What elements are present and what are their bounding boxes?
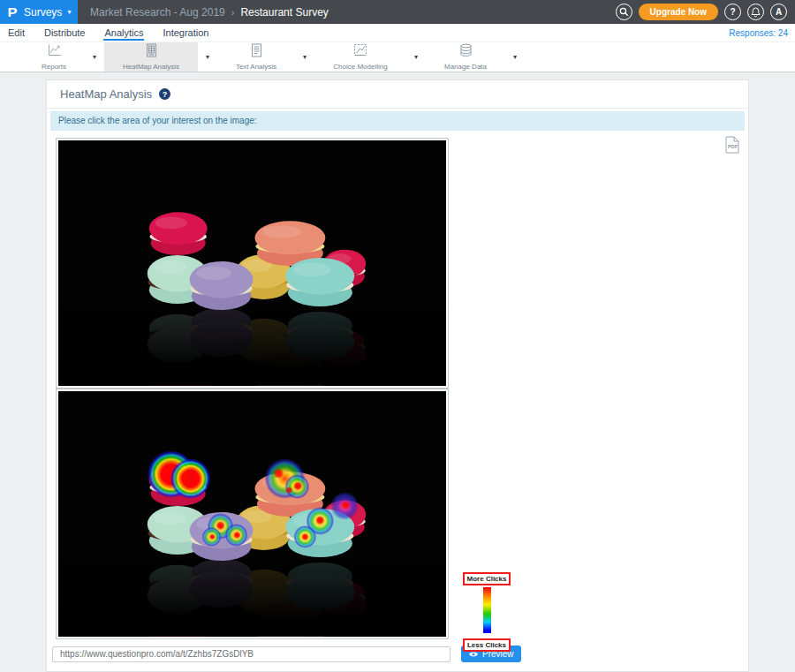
- survey-section-tabs: EditDistributeAnalyticsIntegration Respo…: [0, 24, 795, 42]
- topbar-actions: Upgrade Now ? A: [616, 4, 787, 20]
- instruction-banner: Please click the area of your interest o…: [50, 111, 745, 131]
- toolbar-dropdown-caret[interactable]: ▾: [295, 42, 314, 72]
- toolbar-label: Choice Modelling: [333, 63, 387, 71]
- question-mark-icon: ?: [730, 7, 735, 17]
- toolbar-dropdown-caret[interactable]: ▾: [85, 42, 104, 72]
- legend-gradient-bar: [483, 587, 491, 633]
- analytics-toolbar: Reports▾HeatMap Analysis▾Text Analysis▾C…: [0, 42, 795, 72]
- toolbar-item-choice-modelling: Choice Modelling▾: [314, 42, 426, 72]
- search-button[interactable]: [616, 4, 632, 20]
- avatar[interactable]: A: [770, 4, 787, 20]
- toolbar-item-reports: Reports▾: [23, 42, 104, 72]
- macarons-image[interactable]: [58, 140, 446, 386]
- toolbar-item-manage-data: Manage Data▾: [426, 42, 525, 72]
- toolbar-dropdown-caret[interactable]: ▾: [406, 42, 426, 72]
- tab-analytics[interactable]: Analytics: [103, 26, 144, 41]
- toolbar-dropdown-caret[interactable]: ▾: [505, 42, 525, 72]
- toolbar-label: Reports: [42, 63, 66, 71]
- heatmap-image-frame: [56, 389, 449, 639]
- tab-distribute[interactable]: Distribute: [43, 26, 86, 41]
- pdf-icon: PDF: [725, 136, 739, 154]
- toolbar-dropdown-caret[interactable]: ▾: [198, 42, 217, 72]
- toolbar-button-text-analysis[interactable]: Text Analysis: [217, 42, 295, 72]
- surveys-menu-label: Surveys: [24, 6, 62, 19]
- toolbar-label: HeatMap Analysis: [123, 63, 179, 71]
- bell-icon: [751, 7, 761, 18]
- tabs-container: EditDistributeAnalyticsIntegration: [7, 26, 227, 41]
- share-url-input[interactable]: [52, 646, 450, 662]
- notifications-button[interactable]: [747, 4, 764, 20]
- toolbar-button-reports[interactable]: Reports: [23, 42, 85, 72]
- surveys-menu[interactable]: P Surveys ▾: [0, 0, 78, 24]
- toolbar-item-text-analysis: Text Analysis▾: [217, 42, 314, 72]
- legend-less-clicks: Less Clicks: [463, 638, 511, 652]
- search-icon: [619, 7, 629, 17]
- heatmap-legend: More Clicks Less Clicks: [460, 569, 513, 652]
- macarons-heatmap-image[interactable]: [58, 391, 446, 637]
- choice-chart-icon: [353, 43, 367, 61]
- breadcrumb-separator: ›: [231, 7, 235, 18]
- text-doc-icon: [251, 43, 262, 61]
- heatmap-help-icon[interactable]: ?: [159, 88, 170, 100]
- heatmap-card: HeatMap Analysis ? Please click the area…: [46, 79, 749, 672]
- tab-integration[interactable]: Integration: [162, 26, 209, 41]
- top-navbar: P Surveys ▾ Market Research - Aug 2019 ›…: [0, 0, 795, 24]
- chevron-down-icon: ▾: [67, 8, 71, 16]
- database-icon: [459, 43, 473, 61]
- heatmap-doc-icon: [146, 43, 157, 61]
- line-chart-icon: [47, 43, 62, 61]
- help-button[interactable]: ?: [724, 4, 741, 20]
- questionpro-logo-icon: P: [7, 4, 17, 19]
- export-pdf-button[interactable]: PDF: [725, 136, 739, 157]
- legend-more-clicks: More Clicks: [463, 572, 511, 585]
- heatmap-content: PDF More Clicks Less Clicks Preview: [47, 131, 748, 662]
- share-url-row: Preview: [52, 646, 748, 662]
- toolbar-label: Text Analysis: [236, 63, 276, 71]
- toolbar-label: Manage Data: [444, 63, 487, 71]
- toolbar-button-choice-modelling[interactable]: Choice Modelling: [314, 42, 406, 72]
- svg-text:PDF: PDF: [728, 144, 738, 149]
- question-image-frame: [56, 138, 449, 389]
- breadcrumb: Market Research - Aug 2019 › Restaurant …: [90, 6, 329, 19]
- toolbar-button-heatmap-analysis[interactable]: HeatMap Analysis: [104, 42, 198, 72]
- toolbar-button-manage-data[interactable]: Manage Data: [426, 42, 505, 72]
- breadcrumb-survey-folder[interactable]: Market Research - Aug 2019: [90, 6, 225, 19]
- tab-edit[interactable]: Edit: [7, 26, 26, 41]
- upgrade-now-button[interactable]: Upgrade Now: [639, 4, 718, 20]
- responses-count[interactable]: Responses: 24: [729, 28, 788, 38]
- breadcrumb-current-survey: Restaurant Survey: [240, 6, 328, 19]
- page-body: HeatMap Analysis ? Please click the area…: [0, 72, 795, 672]
- card-header: HeatMap Analysis ?: [47, 80, 748, 109]
- toolbar-item-heatmap-analysis: HeatMap Analysis▾: [104, 42, 217, 72]
- page-title: HeatMap Analysis: [60, 87, 152, 101]
